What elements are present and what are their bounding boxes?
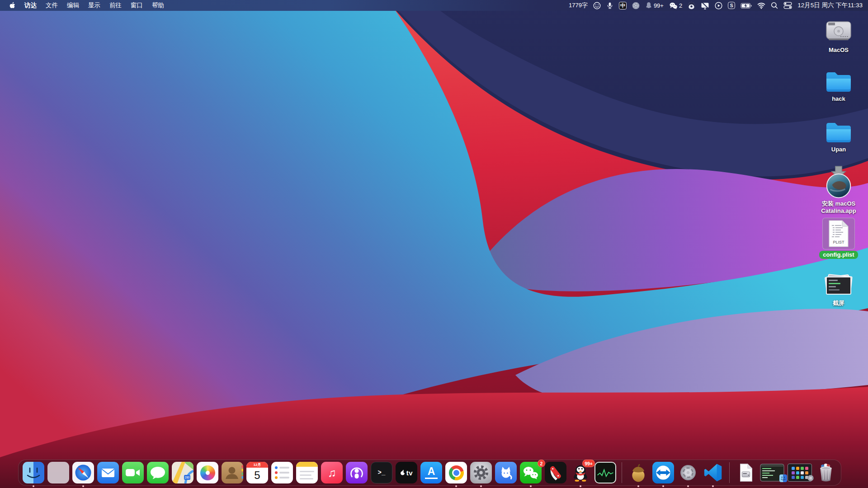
wechat-status-icon[interactable]: 2	[669, 2, 682, 9]
swirl-status-icon[interactable]	[688, 2, 695, 9]
running-indicator	[580, 485, 581, 487]
screenshots-stack-icon	[824, 273, 853, 298]
dock-divider	[729, 462, 730, 483]
desktop-icon-upan-folder[interactable]: Upan	[811, 118, 867, 153]
dock-item-clashx[interactable]	[495, 462, 517, 483]
dock-item-apple-tv[interactable]: tv	[396, 462, 417, 483]
dock-item-messages[interactable]	[147, 462, 169, 483]
running-indicator	[530, 485, 532, 487]
dock-item-opencore-configurator[interactable]	[545, 462, 566, 483]
qq-status-icon[interactable]: 99+	[645, 2, 664, 9]
running-indicator	[662, 485, 664, 487]
desktop-icon-catalina-installer[interactable]: 安装 macOS Catalina.app	[811, 165, 867, 215]
dock-item-music[interactable]: ♫	[321, 462, 343, 483]
dock-item-podcasts[interactable]	[346, 462, 368, 483]
desktop-icon-hack-folder[interactable]: hack	[811, 68, 867, 103]
hard-drive-icon	[824, 16, 853, 45]
control-center-icon[interactable]	[783, 2, 792, 9]
wechat-dock-badge: 2	[538, 460, 545, 467]
dock-item-reminders[interactable]	[271, 462, 293, 483]
dock-item-contacts[interactable]	[222, 462, 243, 483]
running-indicator	[637, 485, 639, 487]
dock-item-disk-image-document[interactable]	[735, 462, 757, 483]
dock-item-trash[interactable]	[815, 462, 837, 483]
display-mirroring-status-icon[interactable]	[701, 2, 709, 9]
chrome-icon	[445, 462, 467, 483]
dock-item-minimized-app-window[interactable]	[788, 462, 812, 483]
podcasts-icon	[346, 462, 368, 483]
desktop-icon-label: 安装 macOS Catalina.app	[811, 200, 867, 215]
spotlight-search-icon[interactable]	[771, 2, 778, 9]
battery-status-icon[interactable]	[741, 2, 752, 9]
dock-item-calendar[interactable]: 12月5	[246, 462, 268, 483]
calendar-day: 5	[246, 468, 268, 483]
dock-item-minimized-terminal-window[interactable]	[760, 462, 784, 483]
menu-bar: 访达 文件 编辑 显示 前往 窗口 帮助 1779字 中 99+ 2 S 12月…	[0, 0, 868, 11]
desktop: 访达 文件 编辑 显示 前往 窗口 帮助 1779字 中 99+ 2 S 12月…	[0, 0, 868, 488]
emoji-status-icon[interactable]	[593, 2, 601, 9]
menu-bar-clock[interactable]: 12月5日 周六 下午11:33	[797, 1, 863, 9]
dock-item-terminal[interactable]: >_	[371, 462, 392, 483]
menu-file[interactable]: 文件	[46, 1, 58, 9]
disk-image-document-icon	[735, 462, 757, 483]
menu-window[interactable]: 窗口	[131, 1, 143, 9]
dock-item-chrome[interactable]	[445, 462, 467, 483]
plist-document-icon: PLIST	[822, 218, 855, 249]
stream-status-icon[interactable]: S	[728, 2, 735, 9]
dock-item-notes[interactable]	[296, 462, 318, 483]
facetime-icon	[122, 462, 144, 483]
wifi-status-icon[interactable]	[757, 2, 765, 9]
dock-item-acorn[interactable]	[627, 462, 649, 483]
swiss-knife-icon	[545, 462, 566, 483]
dock-item-finder[interactable]	[23, 462, 44, 483]
svg-text:280: 280	[185, 476, 190, 479]
qq-status-badge: 99+	[654, 2, 664, 9]
folder-icon	[824, 118, 853, 145]
notes-icon	[296, 462, 318, 483]
wallpaper-big-sur	[0, 0, 868, 488]
safari-icon	[72, 462, 94, 483]
desktop-icon-label: hack	[832, 95, 845, 103]
menu-help[interactable]: 帮助	[152, 1, 164, 9]
menu-edit[interactable]: 编辑	[67, 1, 79, 9]
dock-item-facetime[interactable]	[122, 462, 144, 483]
dock-item-vscode[interactable]	[702, 462, 724, 483]
apple-menu-icon[interactable]	[9, 2, 15, 9]
minimized-terminal-window-preview	[760, 464, 784, 482]
dock-item-system-preferences[interactable]	[470, 462, 492, 483]
desktop-icon-macos-drive[interactable]: MacOS	[811, 16, 867, 54]
dock-item-mail[interactable]	[97, 462, 119, 483]
menu-app-finder[interactable]: 访达	[24, 1, 37, 9]
installer-app-icon	[824, 165, 854, 199]
disc-status-icon[interactable]	[632, 2, 640, 9]
trash-full-icon	[815, 462, 837, 483]
menu-view[interactable]: 显示	[88, 1, 100, 9]
desktop-icon-config-plist[interactable]: PLIST config.plist	[811, 218, 867, 259]
running-indicator	[480, 485, 482, 487]
mail-icon	[97, 462, 119, 483]
dock-item-safari[interactable]	[72, 462, 94, 483]
dictation-mic-icon[interactable]	[606, 2, 613, 9]
word-count-status[interactable]: 1779字	[569, 1, 588, 9]
gray-disc-icon	[677, 462, 699, 483]
vscode-icon	[702, 462, 724, 483]
input-method-icon[interactable]: 中	[619, 2, 627, 9]
dock: 280 12月5 ♫ >_ tv A 2 99+	[18, 460, 841, 486]
dock-item-wechat[interactable]: 2	[520, 462, 542, 483]
desktop-icon-label-selected: config.plist	[819, 251, 858, 259]
dock-item-qq[interactable]: 99+	[570, 462, 591, 483]
desktop-icon-screenshots-stack[interactable]: 截屏	[811, 273, 867, 307]
dock-item-photos[interactable]	[197, 462, 218, 483]
dock-item-app-store[interactable]: A	[420, 462, 442, 483]
dock-item-activity-monitor[interactable]	[594, 462, 616, 483]
calendar-icon: 12月5	[246, 462, 268, 483]
dock-item-launchpad[interactable]	[47, 462, 69, 483]
desktop-icon-label: 截屏	[833, 300, 844, 307]
play-status-icon[interactable]	[715, 2, 722, 9]
dock-item-maps[interactable]: 280	[172, 462, 193, 483]
terminal-icon: >_	[371, 462, 392, 483]
dock-item-teamviewer[interactable]	[652, 462, 674, 483]
menu-go[interactable]: 前往	[109, 1, 122, 9]
finder-mini-badge	[779, 474, 787, 484]
dock-item-disc-utility[interactable]	[677, 462, 699, 483]
